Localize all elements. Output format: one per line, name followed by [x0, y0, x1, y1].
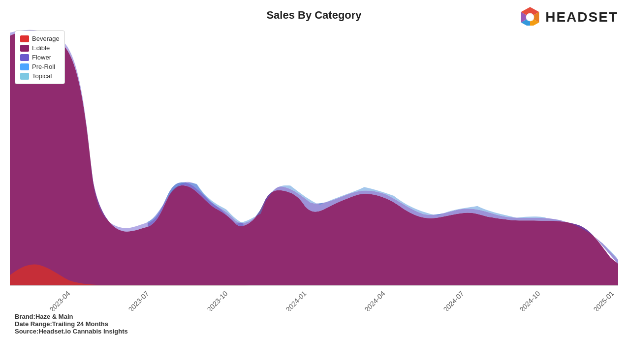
- legend-color-topical: [20, 73, 29, 80]
- date-range-label: Date Range:: [15, 320, 52, 328]
- chart-svg: 2023-04 2023-07 2023-10 2024-01 2024-04 …: [10, 26, 618, 311]
- date-range-value: Trailing 24 Months: [52, 320, 108, 328]
- footer-date-range: Date Range:Trailing 24 Months: [15, 320, 613, 328]
- legend-color-beverage: [20, 35, 29, 42]
- legend-item-preroll: Pre-Roll: [20, 63, 60, 70]
- svg-point-1: [526, 13, 534, 22]
- footer-source: Source:Headset.io Cannabis Insights: [15, 328, 613, 335]
- legend-label-flower: Flower: [32, 54, 51, 61]
- legend-label-beverage: Beverage: [32, 35, 60, 42]
- legend-color-preroll: [20, 63, 29, 70]
- legend-color-flower: [20, 54, 29, 61]
- logo-text: HEADSET: [545, 9, 618, 25]
- legend-item-topical: Topical: [20, 72, 60, 80]
- xaxis-label-0: 2023-04: [48, 289, 71, 311]
- chart-area: Beverage Edible Flower Pre-Roll Topical: [10, 26, 618, 311]
- xaxis-label-5: 2024-07: [442, 289, 465, 311]
- legend-item-flower: Flower: [20, 54, 60, 61]
- legend: Beverage Edible Flower Pre-Roll Topical: [15, 30, 65, 84]
- page-container: Sales By Category HEADSET: [0, 0, 628, 364]
- legend-item-beverage: Beverage: [20, 35, 60, 42]
- chart-title: Sales By Category: [266, 9, 361, 22]
- xaxis-label-1: 2023-07: [127, 289, 150, 311]
- xaxis-label-6: 2024-10: [518, 289, 541, 311]
- legend-color-edible: [20, 45, 29, 52]
- xaxis-label-2: 2023-10: [206, 289, 229, 311]
- xaxis-label-3: 2024-01: [284, 289, 308, 311]
- legend-label-edible: Edible: [32, 44, 50, 52]
- source-label: Source:: [15, 328, 38, 335]
- header: Sales By Category HEADSET: [0, 0, 628, 26]
- footer-brand: Brand:Haze & Main: [15, 313, 613, 320]
- source-value: Headset.io Cannabis Insights: [38, 328, 127, 335]
- legend-item-edible: Edible: [20, 44, 60, 52]
- xaxis-label-7: 2025-01: [592, 289, 615, 311]
- xaxis-label-4: 2024-04: [363, 289, 386, 311]
- footer: Brand:Haze & Main Date Range:Trailing 24…: [0, 311, 628, 338]
- brand-value: Haze & Main: [35, 313, 73, 320]
- legend-label-preroll: Pre-Roll: [32, 63, 55, 70]
- brand-label: Brand:: [15, 313, 35, 320]
- legend-label-topical: Topical: [32, 72, 52, 80]
